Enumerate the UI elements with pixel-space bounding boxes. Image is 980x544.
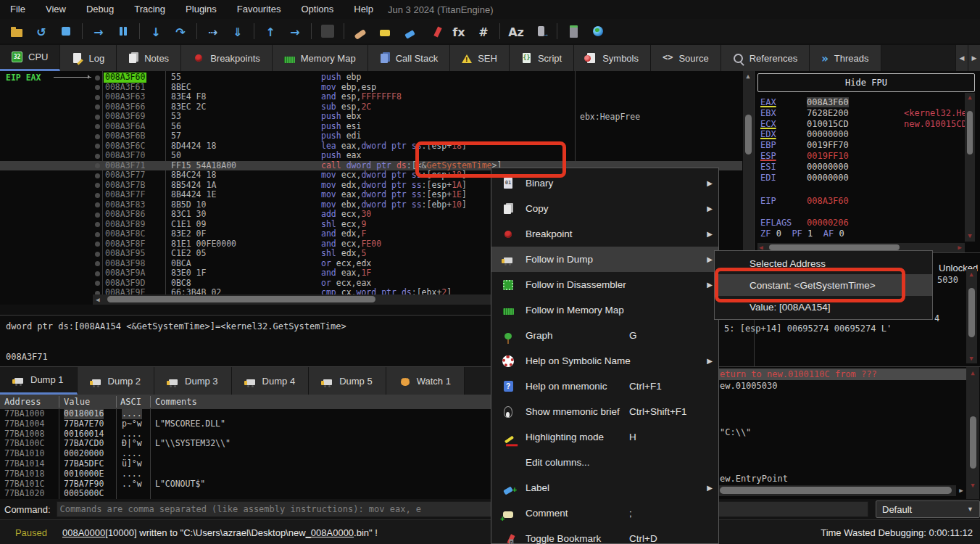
dump-col-address[interactable]: Address xyxy=(4,395,41,409)
menu-debug[interactable]: Debug xyxy=(76,0,124,19)
register-row[interactable]: ESI00000000 xyxy=(760,162,849,172)
tab-threads[interactable]: »Threads xyxy=(810,45,881,71)
menu-favourites[interactable]: Favourites xyxy=(227,0,291,19)
breakpoint-dot[interactable] xyxy=(95,163,100,168)
menu-help[interactable]: Help xyxy=(344,0,383,19)
menu-item-label[interactable]: Label▶ xyxy=(491,475,718,500)
comments-button[interactable] xyxy=(374,21,396,41)
tab-seh[interactable]: SEH xyxy=(450,45,510,71)
source-mode-button[interactable] xyxy=(317,21,339,41)
breakpoint-dot[interactable] xyxy=(95,213,100,218)
disasm-row[interactable]: 008A3F6A56push esi xyxy=(0,122,742,132)
menu-item-binary[interactable]: 01Binary▶ xyxy=(491,170,718,196)
stack-row[interactable]: ew.01005030 xyxy=(717,380,966,392)
tab-breakpoints[interactable]: Breakpoints xyxy=(181,45,273,71)
dump-col-ascii[interactable]: ASCI xyxy=(120,395,141,409)
registers-panel[interactable]: Hide FPU EAX008A3F60EBX7628E200<kernel32… xyxy=(754,71,980,252)
tab-references[interactable]: References xyxy=(721,45,810,71)
bookmarks-button[interactable] xyxy=(423,21,445,41)
disasm-row[interactable]: 008A3F6383E4 F8and esp,FFFFFFF8 xyxy=(0,92,742,102)
stop-button[interactable] xyxy=(55,21,77,41)
step-into-button[interactable]: ↓ xyxy=(145,21,167,41)
dump-tab-dump-3[interactable]: Dump 3 xyxy=(154,367,232,395)
breakpoint-dot[interactable] xyxy=(95,193,100,198)
menu-item-comment[interactable]: Comment; xyxy=(491,500,718,526)
submenu-item-selected-address[interactable]: Selected Address xyxy=(715,252,932,274)
restart-button[interactable]: ↺ xyxy=(30,21,52,41)
disasm-row[interactable]: 008A3F6B57push edi xyxy=(0,131,742,141)
breakpoint-dot[interactable] xyxy=(95,202,100,207)
register-row[interactable]: EIP008A3F60 xyxy=(760,196,849,206)
menu-item-edit-columns[interactable]: Edit columns... xyxy=(491,450,718,475)
menu-item-follow-in-disassembler[interactable]: Follow in Disassembler▶ xyxy=(491,272,718,297)
dump-col-comments[interactable]: Comments xyxy=(155,395,197,409)
breakpoint-dot[interactable] xyxy=(95,261,100,266)
patches-button[interactable] xyxy=(349,21,371,41)
menu-item-show-mnemonic-brief[interactable]: Show mnemonic briefCtrl+Shift+F1 xyxy=(491,399,718,424)
command-input[interactable] xyxy=(57,501,868,517)
tab-symbols[interactable]: Symbols xyxy=(574,45,651,71)
trace-into-button[interactable]: ⇢ xyxy=(202,21,224,41)
breakpoint-dot[interactable] xyxy=(95,232,100,237)
disasm-row[interactable]: 008A3F618BECmov ebp,esp xyxy=(0,83,742,93)
dump-tab-dump-2[interactable]: Dump 2 xyxy=(78,367,155,395)
breakpoint-dot[interactable] xyxy=(95,252,100,257)
flags-row[interactable]: ZF 0 PF 1 AF 0 xyxy=(760,228,855,239)
dump-tab-dump-5[interactable]: Dump 5 xyxy=(309,367,386,395)
hash-button[interactable]: # xyxy=(473,21,494,41)
breakpoint-dot[interactable] xyxy=(95,144,100,149)
tab-log[interactable]: Log xyxy=(60,45,117,71)
register-row[interactable]: ESP0019FF10 xyxy=(760,151,849,161)
eflags-row[interactable]: EFLAGS00000206 xyxy=(760,218,849,228)
register-row[interactable]: EDX00000000 xyxy=(760,129,849,139)
breakpoint-dot[interactable] xyxy=(95,75,100,81)
breakpoint-dot[interactable] xyxy=(95,271,100,276)
menu-item-follow-in-dump[interactable]: Follow in Dump▶ xyxy=(491,247,718,272)
register-row[interactable]: EBX7628E200<kernel32.He xyxy=(760,108,849,118)
status-address-link[interactable]: _008A0000 xyxy=(306,527,354,538)
step-over-button[interactable]: ↷ xyxy=(170,21,191,41)
breakpoint-dot[interactable] xyxy=(95,281,100,286)
status-address-link[interactable]: 008A0000 xyxy=(62,527,105,538)
breakpoint-dot[interactable] xyxy=(95,154,100,159)
breakpoint-dot[interactable] xyxy=(95,242,100,247)
breakpoint-dot[interactable] xyxy=(95,183,100,188)
menu-tracing[interactable]: Tracing xyxy=(124,0,175,19)
menu-item-breakpoint[interactable]: Breakpoint▶ xyxy=(491,221,718,247)
tab-call-stack[interactable]: Call Stack xyxy=(368,45,451,71)
disasm-row[interactable]: 008A3F7050push eax xyxy=(0,151,742,161)
tab-cpu[interactable]: 32CPU xyxy=(0,45,60,71)
tab-scroll-right-icon[interactable]: ▶ xyxy=(968,45,980,71)
register-row[interactable]: EBP0019FF70 xyxy=(760,140,849,150)
menu-item-highlighting-mode[interactable]: Highlighting modeH xyxy=(491,424,718,450)
tab-scroll-left-icon[interactable]: ◀ xyxy=(955,45,968,71)
dump-tab-dump-1[interactable]: Dump 1 xyxy=(0,367,78,395)
stack-row[interactable]: ew.EntryPoint xyxy=(717,473,966,485)
breakpoint-dot[interactable] xyxy=(95,95,100,100)
functions-button[interactable]: fx xyxy=(448,21,470,41)
tab-script[interactable]: {}Script xyxy=(510,45,574,71)
pause-button[interactable] xyxy=(112,21,134,41)
menu-item-toggle-bookmark[interactable]: Toggle BookmarkCtrl+D xyxy=(491,526,718,544)
run-to-user-code-button[interactable]: → xyxy=(284,21,306,41)
register-row[interactable]: EAX008A3F60 xyxy=(760,97,849,107)
breakpoint-dot[interactable] xyxy=(95,104,100,110)
register-row[interactable]: ECX010015CDnew.010015CD xyxy=(760,119,849,129)
breakpoint-dot[interactable] xyxy=(95,85,100,90)
dump-tab-watch-1[interactable]: Watch 1 xyxy=(386,367,465,395)
menu-item-graph[interactable]: GraphG xyxy=(491,323,718,348)
menu-options[interactable]: Options xyxy=(291,0,344,19)
breakpoint-dot[interactable] xyxy=(95,115,100,120)
hide-fpu-button[interactable]: Hide FPU xyxy=(757,73,975,92)
disasm-row[interactable]: 008A3F6683EC 2Csub esp,2C xyxy=(0,102,742,112)
calculator-button[interactable] xyxy=(562,21,584,41)
breakpoint-dot[interactable] xyxy=(95,222,100,227)
internet-button[interactable] xyxy=(587,21,609,41)
trace-over-button[interactable]: ⇓ xyxy=(227,21,249,41)
menu-item-help-on-mnemonic[interactable]: ?Help on mnemonicCtrl+F1 xyxy=(491,374,718,399)
font-button[interactable]: Aᴢ xyxy=(505,21,527,41)
breakpoint-dot[interactable] xyxy=(95,173,100,178)
stack-row[interactable]: eturn to new.0100110C from ??? xyxy=(717,368,966,380)
labels-button[interactable] xyxy=(399,21,420,41)
stack-panel[interactable]: eturn to new.0100110C from ???ew.0100503… xyxy=(716,366,980,500)
